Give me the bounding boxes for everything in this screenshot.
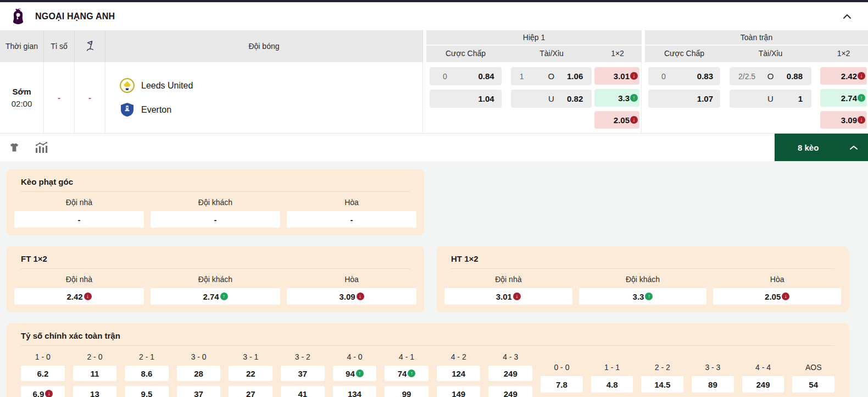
score-odd[interactable]: 249 [742, 376, 784, 393]
score-odd[interactable]: 37 [281, 366, 325, 381]
half1-handicap-odd-2[interactable]: 1.04 [430, 90, 502, 108]
trend-down-icon: ↓ [513, 293, 521, 300]
ht-card-home-odd[interactable]: 3.01 ↓ [444, 288, 572, 305]
keo-count-toggle[interactable]: 8 kèo [775, 134, 868, 161]
ht-1x2-card: HT 1×2 Đội nhà 3.01 ↓ Đội khách 3.3 [437, 246, 849, 312]
score-odd[interactable]: 134 [333, 386, 377, 397]
score-odd[interactable]: 94↑ [333, 366, 377, 381]
score-odd[interactable]: 249 [488, 386, 532, 397]
trend-up-icon: ↑ [645, 293, 653, 300]
half1-1x2-away-odd[interactable]: 3.3 ↑ [594, 89, 639, 107]
col-away-label: Đội khách [151, 271, 280, 288]
ft-card-draw-odd[interactable]: 3.09 ↓ [287, 288, 416, 305]
trend-down-icon: ↓ [84, 293, 92, 300]
everton-badge [120, 102, 135, 117]
trend-down-icon: ↓ [45, 390, 53, 397]
extra-markets: Kèo phạt góc Đội nhà - Đội khách - Hòa - [0, 161, 868, 397]
score-col-3-1: 3 - 1 22 27 [229, 350, 272, 397]
score-odd[interactable]: 8.6 [125, 366, 169, 381]
ft-handicap-column: 0 0.83 1.07 [648, 62, 720, 133]
league-header: NGOẠI HẠNG ANH [0, 2, 868, 30]
header-group-half1: Hiệp 1 Cược Chấp Tài/Xỉu 1×2 [426, 30, 642, 62]
half1-1x2-column: 3.01 ↓ 3.3 ↑ 2.05 ↓ [594, 62, 639, 133]
col-home-label: Đội nhà [14, 194, 144, 211]
score-odd[interactable]: 11 [73, 366, 117, 381]
match-score: - [44, 62, 75, 133]
half1-1x2-home-odd[interactable]: 3.01 ↓ [594, 67, 639, 85]
exact-score-title: Tỷ số chính xác toàn trận [14, 330, 841, 340]
header-ft-overunder: Tài/Xỉu [730, 49, 811, 58]
score-odd[interactable]: 249 [488, 366, 532, 381]
half1-under-odd[interactable]: U 0.82 [511, 90, 592, 108]
col-away-label: Đội khách [151, 194, 280, 211]
ft-card-title: FT 1×2 [14, 253, 416, 263]
score-odd[interactable]: 124 [437, 366, 481, 381]
ft-handicap-odd-1[interactable]: 0 0.83 [648, 67, 720, 85]
corner-home-odd[interactable]: - [14, 211, 144, 228]
match-time: Sớm 02:00 [0, 62, 44, 133]
home-team-link[interactable]: Leeds United [120, 78, 193, 93]
score-odd[interactable]: 7.8 [541, 376, 583, 393]
half1-overunder-column: 1 O 1.06 U 0.82 [511, 62, 592, 133]
score-col-4-0: 4 - 0 94↑ 134 [333, 350, 377, 397]
ft-under-odd[interactable]: U 1 [730, 90, 811, 108]
header-corner [75, 30, 105, 62]
ft-overunder-column: 2/2.5 O 0.88 U 1 [730, 62, 811, 133]
score-odd[interactable]: 14.5 [641, 376, 683, 393]
ft-over-odd[interactable]: 2/2.5 O 0.88 [730, 67, 811, 85]
score-odd[interactable]: 4.8 [591, 376, 633, 393]
score-col-4-1: 4 - 1 74↑ 99 [385, 350, 429, 397]
half1-1x2-draw-odd[interactable]: 2.05 ↓ [594, 111, 639, 129]
score-col-3-0: 3 - 0 28 37 [177, 350, 221, 397]
draw-col-2-2: 2 - 2 14.5 [641, 361, 683, 397]
score-col-4-2: 4 - 2 124 149 [437, 350, 481, 397]
score-odd[interactable]: 22 [229, 366, 272, 381]
odds-table-header: Thời gian Tỉ số Đội bóng Hiệp 1 Cược Chấ… [0, 30, 868, 62]
away-team-name: Everton [141, 105, 171, 115]
trend-up-icon: ↑ [356, 370, 364, 377]
ft-card-away-odd[interactable]: 2.74 ↑ [151, 288, 280, 305]
collapse-league-button[interactable] [843, 14, 852, 19]
score-odd[interactable]: 27 [229, 386, 272, 397]
corner-away-odd[interactable]: - [151, 211, 280, 228]
stats-button[interactable] [34, 141, 48, 153]
ft-card-home-odd[interactable]: 2.42 ↓ [14, 288, 144, 305]
lineup-button[interactable] [9, 142, 20, 153]
header-h1-1x2: 1×2 [595, 49, 640, 58]
score-odd[interactable]: 6.2 [21, 366, 65, 381]
away-team-link[interactable]: Everton [120, 102, 171, 117]
score-odd[interactable]: 149 [437, 386, 481, 397]
bar-chart-icon [34, 141, 48, 153]
score-odd[interactable]: 37 [177, 386, 221, 397]
trend-up-icon: ↑ [220, 293, 228, 300]
corner-draw-odd[interactable]: - [287, 211, 416, 228]
score-odd[interactable]: 74↑ [385, 366, 429, 381]
half1-over-odd[interactable]: 1 O 1.06 [511, 67, 592, 85]
corner-card-title: Kèo phạt góc [14, 176, 416, 186]
trend-up-icon: ↑ [408, 370, 415, 377]
score-col-1-0: 1 - 0 6.2 6.9↓ [21, 350, 65, 397]
ht-card-draw-odd[interactable]: 2.05 ↓ [713, 288, 841, 305]
score-odd[interactable]: 13 [73, 386, 117, 397]
score-odd[interactable]: 54 [792, 376, 834, 393]
col-draw-label: Hòa [287, 194, 416, 211]
score-odd[interactable]: 89 [692, 376, 734, 393]
ft-1x2-draw-odd[interactable]: 3.09 ↓ [820, 111, 867, 129]
score-odd[interactable]: 99 [385, 386, 429, 397]
ft-handicap-odd-2[interactable]: 1.07 [648, 90, 720, 108]
keo-count-label: 8 kèo [798, 143, 819, 152]
score-odd[interactable]: 9.5 [125, 386, 169, 397]
trend-down-icon: ↓ [858, 116, 865, 124]
ft-1x2-away-odd[interactable]: 2.74 ↑ [820, 89, 867, 107]
score-odd[interactable]: 28 [177, 366, 221, 381]
score-odd[interactable]: 41 [281, 386, 325, 397]
header-ft-handicap: Cược Chấp [648, 49, 720, 58]
ft-1x2-home-odd[interactable]: 2.42 ↓ [820, 67, 867, 85]
exact-score-card: Tỷ số chính xác toàn trận 1 - 0 6.2 6.9↓… [7, 323, 849, 397]
score-odd[interactable]: 6.9↓ [21, 386, 65, 397]
draw-col-aos: AOS 54 [792, 361, 834, 397]
ht-card-away-odd[interactable]: 3.3 ↑ [579, 288, 707, 305]
trend-down-icon: ↓ [782, 293, 789, 300]
half1-handicap-odd-1[interactable]: 0 0.84 [430, 67, 502, 85]
header-ft-1x2: 1×2 [820, 49, 867, 58]
